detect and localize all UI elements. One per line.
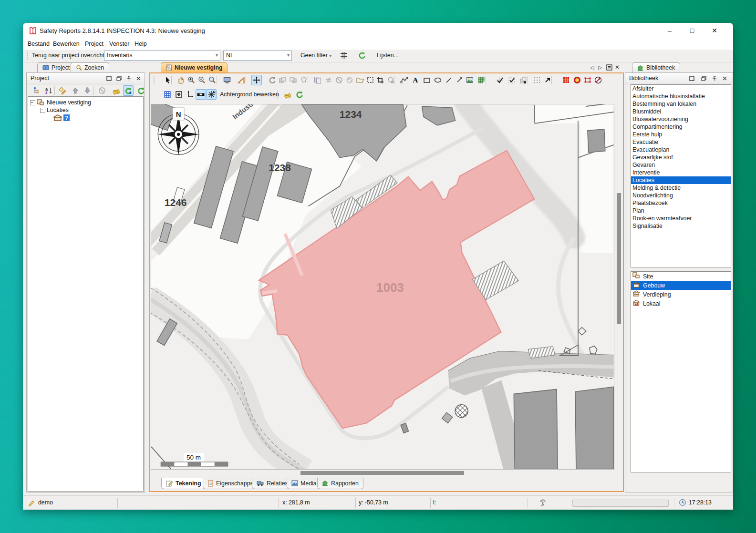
zoom-out-icon[interactable] xyxy=(197,75,207,85)
maximize-panel-icon[interactable] xyxy=(106,75,112,83)
library-item[interactable]: Rook-en warmteafvoer xyxy=(631,215,731,222)
check-circle-icon[interactable] xyxy=(344,75,355,85)
ring-red-icon[interactable] xyxy=(572,75,582,85)
expand-box-icon[interactable] xyxy=(174,89,184,100)
refresh-add-icon[interactable] xyxy=(123,85,134,96)
image-icon[interactable] xyxy=(465,75,475,85)
level-item-gebouw[interactable]: Gebouw xyxy=(631,281,731,290)
marquee-icon[interactable] xyxy=(365,75,375,85)
tab-zoeken[interactable]: Zoeken xyxy=(71,62,109,72)
alpha-sort-icon[interactable]: az xyxy=(43,85,54,96)
filter-combobox[interactable]: Geen filter ▾ xyxy=(300,52,331,59)
library-item[interactable]: Signalisatie xyxy=(631,222,731,230)
rotate-icon[interactable] xyxy=(267,75,278,85)
collapse-icon[interactable] xyxy=(30,100,35,105)
background-edit-button[interactable]: Achtergrond bewerken xyxy=(220,91,279,98)
swap-arrows-icon[interactable] xyxy=(282,89,293,100)
minimize-button[interactable]: – xyxy=(660,23,679,39)
grid-blue-icon[interactable] xyxy=(162,89,173,100)
library-item[interactable]: Bestemming van lokalen xyxy=(631,100,731,108)
hand-pan-icon[interactable] xyxy=(176,75,186,85)
library-item[interactable]: Afsluiter xyxy=(631,85,731,92)
polyline-icon[interactable] xyxy=(399,75,409,85)
move-down-icon[interactable] xyxy=(82,85,93,96)
move-up-icon[interactable] xyxy=(70,85,81,96)
table-green-icon[interactable] xyxy=(476,75,487,85)
crop-icon[interactable] xyxy=(375,75,385,85)
library-item[interactable]: Evacuatie xyxy=(631,138,731,146)
rectangle-icon[interactable] xyxy=(422,75,432,85)
tab-tekening[interactable]: Tekening xyxy=(161,478,206,489)
horizontal-scrollbar-thumb[interactable] xyxy=(300,471,464,475)
close-panel-icon[interactable] xyxy=(722,75,728,83)
tab-close-icon[interactable]: ✕ xyxy=(615,64,620,71)
copy-icon[interactable] xyxy=(312,75,323,85)
level-item-lokaal[interactable]: Lokaal xyxy=(631,299,731,308)
block-icon[interactable] xyxy=(334,75,344,85)
library-item[interactable]: Plaatsbezoek xyxy=(631,199,731,207)
axis-flow-icon[interactable] xyxy=(185,89,196,100)
arrow-line-icon[interactable] xyxy=(454,75,465,85)
close-panel-icon[interactable] xyxy=(135,75,142,83)
tab-scroll-right-icon[interactable]: ▷ xyxy=(598,64,602,71)
inventory-combobox[interactable]: Inventaris▾ xyxy=(104,51,220,61)
snap-object-icon[interactable] xyxy=(518,75,528,85)
horizontal-scrollbar[interactable] xyxy=(151,470,614,476)
tab-list-icon[interactable] xyxy=(606,64,612,72)
close-button[interactable]: ✕ xyxy=(705,23,724,39)
library-item[interactable]: Gevaren xyxy=(631,161,731,169)
line-icon[interactable] xyxy=(444,75,454,85)
library-item[interactable]: Locaties xyxy=(631,176,731,184)
library-item[interactable]: Eerste hulp xyxy=(631,131,731,138)
library-item[interactable]: Interventie xyxy=(631,169,731,176)
zoom-icon[interactable] xyxy=(207,75,217,85)
library-item[interactable]: Bluswatervoorziening xyxy=(631,115,731,123)
menu-bewerken[interactable]: Bewerken xyxy=(53,41,80,47)
library-item[interactable]: Automatische blusinstallatie xyxy=(631,92,731,100)
vertical-scrollbar[interactable] xyxy=(614,104,623,470)
refresh-icon[interactable] xyxy=(358,51,366,62)
tree-item-locaties[interactable]: Locaties xyxy=(40,106,69,114)
menu-venster[interactable]: Venster xyxy=(109,41,129,47)
zoom-in-icon[interactable] xyxy=(186,75,197,85)
compass-red-icon[interactable] xyxy=(593,75,603,85)
northstar-tool-icon[interactable]: N xyxy=(206,89,217,100)
library-item[interactable]: Compartimentering xyxy=(631,123,731,131)
block-icon[interactable] xyxy=(97,85,107,96)
menu-help[interactable]: Help xyxy=(135,41,147,47)
tab-bibliotheek[interactable]: Bibliotheek xyxy=(632,62,680,72)
collapse-icon[interactable] xyxy=(40,108,45,113)
language-combobox[interactable]: NL▾ xyxy=(223,51,292,61)
tab-scroll-left-icon[interactable]: ◁ xyxy=(590,64,594,71)
vertical-scrollbar-thumb[interactable] xyxy=(617,193,621,324)
tree-item-root[interactable]: Nieuwe vestiging xyxy=(30,99,91,106)
restore-panel-icon[interactable] xyxy=(116,75,122,83)
pin-panel-icon[interactable] xyxy=(126,75,132,83)
pin-panel-icon[interactable] xyxy=(712,75,718,83)
library-item[interactable]: Gevaarlijke stof xyxy=(631,154,731,161)
send-front-icon[interactable] xyxy=(288,75,299,85)
swap-loop-icon[interactable] xyxy=(323,75,334,85)
monitor-icon[interactable] xyxy=(222,75,232,85)
tree-item-building[interactable]: ? xyxy=(52,114,70,122)
maximize-panel-icon[interactable] xyxy=(689,75,695,83)
move-tool-icon[interactable] xyxy=(251,75,262,85)
filter-settings-icon[interactable] xyxy=(339,51,350,62)
lists-button[interactable]: Lijsten... xyxy=(377,52,399,59)
library-item[interactable]: Plan xyxy=(631,207,731,215)
refresh-icon[interactable] xyxy=(136,85,146,96)
restore-panel-icon[interactable] xyxy=(701,75,707,83)
send-back-icon[interactable] xyxy=(278,75,288,85)
site-map[interactable]: 1234 1238 1246 1003 Industr N 50 m xyxy=(151,104,614,470)
scalebar-tool-icon[interactable] xyxy=(196,89,206,100)
folder-icon[interactable] xyxy=(355,75,365,85)
text-tool-icon[interactable]: A xyxy=(410,75,421,85)
refresh-icon[interactable] xyxy=(294,89,305,100)
tab-rapporten[interactable]: Rapporten xyxy=(317,478,363,489)
tab-nieuwe-vestiging[interactable]: Nieuwe vestiging xyxy=(161,62,228,72)
maximize-button[interactable]: □ xyxy=(683,23,702,39)
level-item-verdieping[interactable]: Verdieping xyxy=(631,290,731,299)
tree-sort-icon[interactable] xyxy=(31,85,42,96)
back-to-project-button[interactable]: Terug naar project overzicht xyxy=(32,52,104,59)
library-item[interactable]: Evacuatieplan xyxy=(631,146,731,154)
